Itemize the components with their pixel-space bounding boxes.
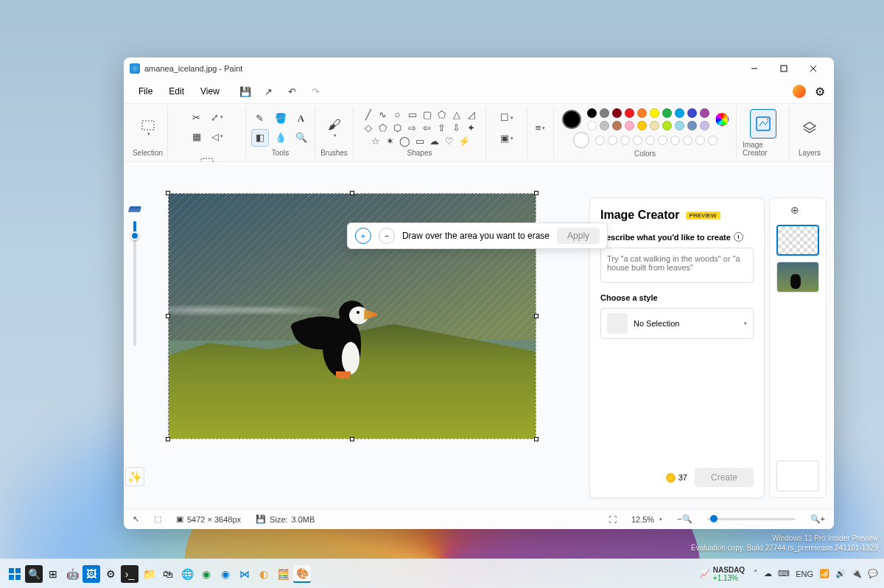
color-swatch[interactable] (700, 121, 709, 130)
calc-taskbar[interactable]: 🧮 (274, 565, 292, 583)
star5-shape[interactable]: ☆ (370, 136, 382, 147)
triangle-shape[interactable]: △ (451, 109, 463, 121)
tray-notification-icon[interactable]: 💬 (868, 569, 878, 578)
resize-tool[interactable]: ⤢▾ (208, 108, 226, 126)
brushes-tool[interactable]: 🖌▾ (321, 113, 348, 143)
star6-shape[interactable]: ✶ (385, 136, 396, 147)
resize-handle[interactable] (166, 437, 170, 441)
hexagon-shape[interactable]: ⬡ (392, 122, 404, 134)
roundrect-shape[interactable]: ▢ (421, 109, 433, 121)
color-swatch[interactable] (612, 121, 622, 130)
text-tool[interactable]: A (292, 110, 310, 127)
color-swatch[interactable] (625, 108, 634, 118)
add-layer-button[interactable]: ⊕ (790, 204, 805, 219)
arrow-d-shape[interactable]: ⇩ (451, 122, 463, 134)
tray-chevron[interactable]: ˄ (754, 569, 758, 578)
arrow-r-shape[interactable]: ⇨ (407, 122, 418, 134)
color-swatch[interactable] (587, 108, 597, 118)
tray-keyboard-icon[interactable]: ⌨ (778, 569, 790, 578)
line-shape[interactable]: ╱ (362, 109, 374, 121)
resize-handle[interactable] (534, 191, 539, 195)
task-view-button[interactable]: ⊞ (44, 565, 62, 583)
explorer-taskbar[interactable]: 📁 (140, 565, 158, 583)
color-swatch[interactable] (637, 108, 647, 118)
resize-handle[interactable] (166, 191, 170, 195)
maximize-button[interactable] (769, 58, 799, 79)
fit-screen-button[interactable]: ⛶ (608, 515, 617, 524)
save-icon[interactable]: 💾 (239, 86, 252, 97)
eyedropper-tool[interactable]: 💧 (272, 129, 290, 147)
minimize-button[interactable] (740, 58, 769, 79)
select-tool[interactable]: ▾ (135, 113, 161, 143)
color-swatch[interactable] (662, 108, 672, 118)
menu-view[interactable]: View (193, 83, 227, 99)
rotate-tool[interactable]: ◁▾ (208, 127, 226, 145)
color-swatch[interactable] (700, 108, 709, 118)
copilot-taskbar[interactable]: 🤖 (63, 565, 81, 583)
resize-handle[interactable] (350, 437, 354, 441)
color-swatch[interactable] (687, 108, 697, 118)
tray-wifi-icon[interactable]: 📶 (819, 569, 829, 578)
brush-size-slider[interactable] (133, 221, 136, 346)
layer-background[interactable] (776, 461, 819, 491)
layers-button[interactable] (796, 113, 823, 143)
vscode-taskbar[interactable]: ⋈ (236, 565, 253, 583)
color-swatch[interactable] (675, 108, 684, 118)
layer-thumb-2[interactable] (776, 262, 819, 293)
custom-color-slot[interactable] (633, 136, 642, 145)
color-2[interactable] (573, 132, 589, 148)
zoom-in-button[interactable]: 🔍+ (810, 514, 825, 524)
app2-taskbar[interactable]: ◉ (217, 565, 234, 583)
app1-taskbar[interactable]: ◉ (197, 565, 215, 583)
outline-tool[interactable]: ☐▾ (498, 109, 516, 127)
polygon-shape[interactable]: ⬠ (436, 109, 448, 121)
callout-rect-shape[interactable]: ▭ (414, 136, 426, 147)
start-button[interactable] (6, 565, 24, 583)
callout-round-shape[interactable]: ◯ (399, 136, 411, 147)
undo-icon[interactable]: ↶ (286, 86, 299, 97)
diamond-shape[interactable]: ◇ (362, 122, 374, 134)
settings-icon[interactable]: ⚙ (813, 85, 827, 99)
copilot-button[interactable]: ✨ (125, 467, 144, 486)
edge-taskbar[interactable]: 🌐 (178, 565, 196, 583)
tray-lang[interactable]: ENG (796, 570, 813, 578)
redo-icon[interactable]: ↷ (309, 86, 323, 97)
tray-onedrive-icon[interactable]: ☁ (764, 569, 772, 578)
remove-bg-tool[interactable]: ▦ (188, 127, 206, 145)
resize-handle[interactable] (534, 437, 539, 441)
stock-widget[interactable]: 📈 NASDAQ +1.13% (700, 566, 745, 582)
titlebar[interactable]: amanea_iceland.jpg - Paint (124, 57, 834, 80)
color-1[interactable] (562, 110, 581, 129)
zoom-out-button[interactable]: −🔍 (677, 514, 692, 524)
size-tool[interactable]: ≡▾ (532, 119, 550, 137)
store-taskbar[interactable]: 🛍 (159, 565, 177, 583)
image-creator-button[interactable] (750, 109, 776, 139)
menu-edit[interactable]: Edit (161, 83, 192, 99)
app3-taskbar[interactable]: ◐ (255, 565, 273, 583)
paint-taskbar[interactable]: 🎨 (293, 565, 311, 583)
rect-shape[interactable]: ▭ (407, 109, 418, 121)
photos-taskbar[interactable]: 🖼 (83, 565, 100, 583)
color-swatch[interactable] (650, 108, 659, 118)
pencil-tool[interactable]: ✎ (251, 110, 269, 127)
arrow-l-shape[interactable]: ⇦ (421, 122, 433, 134)
create-button[interactable]: Create (695, 468, 754, 487)
curve-shape[interactable]: ∿ (377, 109, 389, 121)
color-swatch[interactable] (600, 108, 609, 118)
custom-color-slot[interactable] (695, 136, 705, 145)
lightning-shape[interactable]: ⚡ (458, 136, 470, 147)
terminal-taskbar[interactable]: ›_ (121, 565, 138, 583)
tray-power-icon[interactable]: 🔌 (852, 569, 862, 578)
color-swatch[interactable] (625, 121, 634, 130)
brush-size-decrease[interactable]: － (379, 228, 395, 244)
custom-color-slot[interactable] (595, 136, 605, 145)
apply-button[interactable]: Apply (557, 228, 600, 244)
user-avatar[interactable] (793, 85, 806, 98)
heart-shape[interactable]: ♡ (443, 136, 455, 147)
search-button[interactable]: 🔍 (25, 565, 43, 583)
resize-handle[interactable] (166, 314, 170, 318)
zoom-dropdown[interactable]: 12.5% ▾ (631, 515, 662, 524)
ic-prompt-input[interactable] (600, 248, 754, 283)
settings-taskbar[interactable]: ⚙ (102, 565, 119, 583)
edit-colors[interactable] (715, 113, 729, 126)
